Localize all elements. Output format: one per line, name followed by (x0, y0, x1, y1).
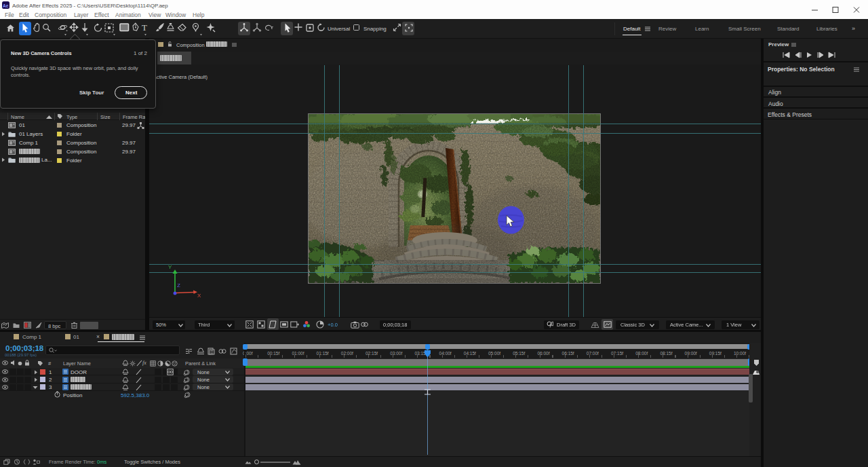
svg-text:Z: Z (177, 282, 180, 288)
svg-text:X: X (197, 293, 201, 299)
svg-text:Y: Y (168, 264, 172, 270)
